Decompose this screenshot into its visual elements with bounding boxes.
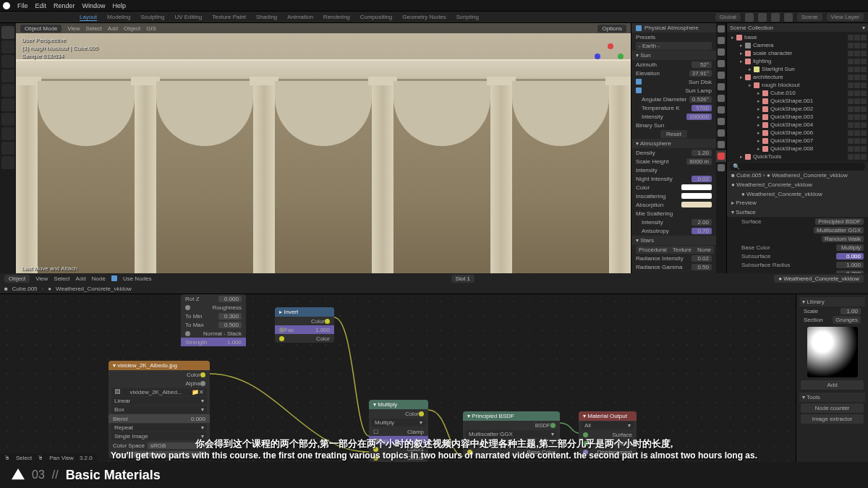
menu-render[interactable]: Render bbox=[54, 2, 75, 9]
sun-section[interactable]: ▾ Sun bbox=[631, 51, 716, 60]
ne-view[interactable]: View bbox=[35, 275, 48, 282]
tab-view[interactable] bbox=[716, 46, 726, 58]
tab-world[interactable] bbox=[716, 69, 726, 81]
menu-edit[interactable]: Edit bbox=[35, 2, 47, 9]
tab-data[interactable] bbox=[716, 139, 726, 150]
material-prop[interactable]: Subsurface Radius1.000 bbox=[727, 260, 868, 269]
tab-animation[interactable]: Animation bbox=[287, 14, 313, 20]
orientation-dropdown[interactable]: Global bbox=[715, 13, 741, 21]
tab-uv[interactable]: UV Editing bbox=[174, 14, 202, 20]
material-prop[interactable]: Base ColorMultiply bbox=[727, 243, 868, 252]
mat-name-field[interactable]: ● Weathered_Concrete_vkldow bbox=[741, 191, 822, 197]
vp-menu-add[interactable]: Add bbox=[108, 25, 118, 32]
tab-material[interactable] bbox=[716, 150, 726, 162]
image-browse[interactable]: 🖼vixidew_2K_Albed...📁✕ bbox=[111, 388, 207, 396]
tab-geonodes[interactable]: Geometry Nodes bbox=[402, 14, 446, 20]
filter-icon[interactable]: ▾ bbox=[862, 25, 865, 31]
add-button[interactable]: Add bbox=[801, 380, 864, 390]
color-swatch[interactable] bbox=[681, 184, 712, 190]
proportional-icon[interactable] bbox=[758, 13, 767, 22]
tab-output[interactable] bbox=[716, 35, 726, 46]
scale-tool[interactable] bbox=[1, 84, 14, 97]
use-nodes-check[interactable] bbox=[111, 275, 117, 281]
menu-file[interactable]: File bbox=[17, 2, 28, 9]
tab-texture[interactable] bbox=[716, 162, 726, 174]
outliner-item[interactable]: ▸Starlight Sun bbox=[728, 65, 867, 73]
atmos-header[interactable]: Physical Atmosphere bbox=[631, 23, 716, 33]
menu-help[interactable]: Help bbox=[113, 2, 127, 9]
outliner-item[interactable]: ▸QuickShape.001 bbox=[728, 97, 867, 105]
reset-button[interactable]: Reset bbox=[660, 130, 687, 138]
outliner-item[interactable]: ▸QuickShape.006 bbox=[728, 129, 867, 137]
outliner-item[interactable]: ▸QuickShape.002 bbox=[728, 105, 867, 113]
tab-shading[interactable]: Shading bbox=[256, 14, 277, 20]
annotate-tool[interactable] bbox=[1, 113, 14, 126]
vp-menu-object[interactable]: Object bbox=[124, 25, 140, 32]
outliner-item[interactable]: ▸QuickShape.004 bbox=[728, 121, 867, 129]
vp-options[interactable]: Options bbox=[597, 25, 626, 33]
tab-render[interactable] bbox=[716, 23, 726, 35]
viewlayer-dropdown[interactable]: View Layer bbox=[827, 13, 864, 21]
transform-tool[interactable] bbox=[1, 98, 14, 111]
measure-tool[interactable] bbox=[1, 127, 14, 140]
outliner-item[interactable]: ▸architecture bbox=[728, 73, 867, 81]
node-invert[interactable]: ▸ Invert Color Fac1.000 Color bbox=[275, 307, 334, 343]
target-dropdown[interactable]: All▾ bbox=[582, 421, 634, 429]
tab-sculpting[interactable]: Sculpting bbox=[141, 14, 165, 20]
shading-icon[interactable] bbox=[771, 13, 780, 22]
material-prop[interactable]: Random Walk bbox=[727, 234, 868, 243]
absorb-swatch[interactable] bbox=[681, 202, 712, 207]
scene-dropdown[interactable]: Scene bbox=[797, 13, 822, 21]
ne-select[interactable]: Select bbox=[54, 275, 69, 282]
outliner-item[interactable]: ▸rough blockout bbox=[728, 81, 867, 89]
vp-menu-select[interactable]: Select bbox=[86, 25, 102, 32]
addcube-tool[interactable] bbox=[1, 142, 14, 155]
surface-header[interactable]: ▾ Surface bbox=[727, 207, 868, 217]
outliner-item[interactable]: ▸lighting bbox=[728, 57, 867, 65]
tab-texpaint[interactable]: Texture Paint bbox=[212, 14, 246, 20]
pause-icon[interactable] bbox=[784, 13, 793, 22]
outliner-item[interactable]: ▸QuickShape.007 bbox=[728, 137, 867, 145]
mode-dropdown[interactable]: Object Mode bbox=[20, 25, 61, 33]
snap-icon[interactable] bbox=[745, 13, 754, 22]
atmos-section[interactable]: ▾ Atmosphere bbox=[631, 139, 716, 148]
image-extractor-btn[interactable]: Image extractor bbox=[801, 414, 864, 424]
material-prop[interactable]: Multiscatter GGX bbox=[727, 226, 868, 234]
blend-mode[interactable]: Multiply▾ bbox=[372, 419, 425, 427]
outliner-item[interactable]: ▸Camera bbox=[728, 41, 867, 49]
menu-window[interactable]: Window bbox=[82, 2, 106, 9]
node-mode[interactable]: Object bbox=[4, 275, 30, 283]
move-tool[interactable] bbox=[1, 55, 14, 68]
interp-dropdown[interactable]: Linear▾ bbox=[111, 397, 207, 405]
vp-menu-gis[interactable]: GIS bbox=[146, 25, 156, 32]
material-prop[interactable]: Subsurface0.000 bbox=[727, 252, 868, 260]
search-input[interactable] bbox=[730, 163, 865, 171]
outliner-item[interactable]: ▸base bbox=[728, 33, 867, 41]
ext-dropdown[interactable]: Repeat▾ bbox=[111, 424, 207, 432]
inscat-swatch[interactable] bbox=[681, 193, 712, 199]
sunlamp-check[interactable] bbox=[636, 87, 642, 93]
select-tool[interactable] bbox=[1, 26, 14, 39]
proj-dropdown[interactable]: Box▾ bbox=[111, 406, 207, 414]
node-mat-name[interactable]: ● Weathered_Concrete_vkldow bbox=[774, 275, 864, 283]
preset-dropdown[interactable]: - Earth - bbox=[636, 42, 712, 50]
surface-shader[interactable]: Principled BSDF bbox=[815, 218, 864, 225]
rotate-tool[interactable] bbox=[1, 69, 14, 82]
tab-layout[interactable]: Layout bbox=[80, 14, 97, 21]
extra-tool[interactable] bbox=[1, 156, 14, 169]
outliner-item[interactable]: ▸Cube.010 bbox=[728, 89, 867, 97]
node-counter-btn[interactable]: Node counter bbox=[801, 403, 864, 413]
nav-gizmo[interactable] bbox=[595, 43, 624, 72]
tab-physics[interactable] bbox=[716, 116, 726, 127]
outliner-item[interactable]: ▸QuickTools bbox=[728, 153, 867, 160]
3d-viewport[interactable]: Object Mode View Select Add Object GIS O… bbox=[16, 23, 631, 273]
ne-node[interactable]: Node bbox=[92, 275, 106, 282]
vp-menu-view[interactable]: View bbox=[67, 25, 80, 32]
outliner-item[interactable]: ▸QuickShape.008 bbox=[728, 145, 867, 153]
cursor-tool[interactable] bbox=[1, 40, 14, 53]
sundisk-check[interactable] bbox=[636, 79, 642, 85]
tab-scripting[interactable]: Scripting bbox=[456, 14, 479, 20]
section-dd[interactable]: Grunges bbox=[833, 316, 861, 324]
node-mapping[interactable]: Rot Z0.000 Roughness To Min0.300 To Max0… bbox=[181, 294, 246, 346]
preview-header[interactable]: ▸ Preview bbox=[727, 198, 868, 207]
